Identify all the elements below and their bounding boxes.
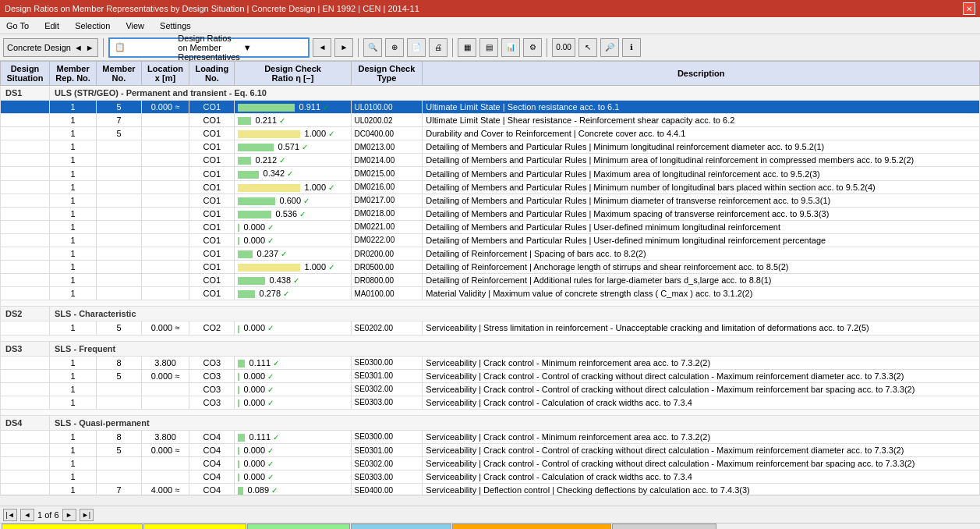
cell-location [141, 247, 189, 261]
table-row[interactable]: 1 5 0.000 ≈ CO4 0.000 ✓ SE0301.00 Servic… [1, 443, 980, 456]
info-btn[interactable]: ℹ [622, 38, 641, 57]
table-row[interactable]: 1 CO1 0.342 ✓ DM0215.00 Detailing of Mem… [1, 167, 980, 180]
table-row[interactable]: 1 CO1 0.278 ✓ MA0100.00 Material Validit… [1, 287, 980, 300]
menu-view[interactable]: View [122, 20, 147, 31]
close-button[interactable]: ✕ [963, 2, 975, 15]
cell-location [141, 233, 189, 247]
table-row[interactable]: 1 5 0.000 ≈ CO3 0.000 ✓ SE0301.00 Servic… [1, 369, 980, 382]
group-label: DS1 [1, 86, 50, 101]
col-check-type: Design CheckType [351, 62, 423, 86]
tab-5[interactable]: Design Ratios by Location [612, 524, 716, 529]
cell-description: Serviceability | Crack control - Calcula… [423, 470, 980, 484]
table-row[interactable]: 1 CO1 0.536 ✓ DM0218.00 Detailing of Mem… [1, 207, 980, 220]
table-row[interactable]: 1 5 0.000 ≈ CO1 0.911 ✓ UL0100.00 Ultima… [1, 101, 980, 114]
table-row[interactable]: 1 CO1 0.438 ✓ DR0800.00 Detailing of Rei… [1, 274, 980, 287]
export-button[interactable]: 📄 [407, 38, 426, 57]
cell-ds [1, 356, 50, 369]
cell-location: 0.000 ≈ [141, 369, 189, 382]
chevron-left-icon[interactable]: ◄ [74, 43, 83, 52]
table-row[interactable]: 1 8 3.800 CO4 0.111 ✓ SE0300.00 Servicea… [1, 430, 980, 443]
view-dropdown[interactable]: 📋 Design Ratios on Member Representative… [108, 37, 310, 58]
table-row[interactable]: 1 CO1 0.000 ✓ DM0221.00 Detailing of Mem… [1, 220, 980, 233]
cell-check-type: DR0800.00 [351, 274, 423, 287]
nav-first-button[interactable]: |◄ [3, 509, 17, 521]
check-icon: ✓ [299, 210, 306, 218]
table-row[interactable]: 1 CO1 0.571 ✓ DM0213.00 Detailing of Mem… [1, 140, 980, 154]
table-row[interactable]: 1 7 CO1 0.211 ✓ UL0200.02 Ultimate Limit… [1, 114, 980, 127]
cell-ratio: 1.000 ✓ [235, 261, 351, 274]
cell-ratio: 0.111 ✓ [235, 356, 351, 369]
menu-goto[interactable]: Go To [3, 20, 32, 31]
check-icon: ✓ [267, 223, 274, 232]
table-row[interactable]: 1 CO1 1.000 ✓ DR0500.00 Detailing of Rei… [1, 261, 980, 274]
chart-btn[interactable]: 📊 [501, 38, 520, 57]
dropdown-arrow-icon: ▼ [243, 43, 304, 52]
value-btn[interactable]: 0.00 [552, 38, 575, 57]
cell-ratio: 0.000 ✓ [235, 443, 351, 456]
cell-location: 0.000 ≈ [141, 101, 189, 114]
table-row[interactable]: 1 CO4 0.000 ✓ SE0302.00 Serviceability |… [1, 457, 980, 470]
table-row[interactable]: 1 CO4 0.000 ✓ SE0303.00 Serviceability |… [1, 470, 980, 484]
tab-3[interactable]: Design Ratios by Section [351, 524, 452, 529]
nav-combo[interactable]: Concrete Design ◄ ► [3, 38, 98, 57]
nav-next-button[interactable]: ► [62, 509, 76, 521]
menu-edit[interactable]: Edit [41, 20, 62, 31]
chevron-right-icon[interactable]: ► [86, 43, 94, 52]
check-icon: ✓ [279, 116, 285, 125]
tab-bar: Design Ratios by Design SituationDesign … [0, 523, 980, 529]
table-row[interactable]: 1 5 0.000 ≈ CO2 0.000 ✓ SE0202.00 Servic… [1, 321, 980, 335]
table-row[interactable]: 1 CO1 0.212 ✓ DM0214.00 Detailing of Mem… [1, 154, 980, 167]
cell-member [97, 470, 142, 484]
filter-button[interactable]: ⊕ [385, 38, 404, 57]
cell-check-type: DM0214.00 [351, 154, 423, 167]
ratio-value: 0.000 [244, 371, 266, 381]
tab-2[interactable]: Design Ratios by Material [247, 524, 350, 529]
table-btn[interactable]: ▦ [458, 38, 476, 57]
nav-forward-icon[interactable]: ► [334, 38, 353, 57]
cell-member [97, 233, 142, 247]
scrollbar[interactable] [0, 495, 980, 506]
cell-check-type: DM0217.00 [351, 193, 423, 207]
table-row[interactable]: 1 5 CO1 1.000 ✓ DC0400.00 Durability and… [1, 127, 980, 140]
cell-check-type: DM0218.00 [351, 207, 423, 220]
cell-ds [1, 247, 50, 261]
table-row[interactable]: 1 CO3 0.000 ✓ SE0302.00 Serviceability |… [1, 382, 980, 396]
check-icon: ✓ [279, 156, 285, 165]
cell-ratio: 0.000 ✓ [235, 233, 351, 247]
table-row[interactable]: 1 7 4.000 ≈ CO4 0.089 ✓ SE0400.00 Servic… [1, 484, 980, 495]
check-icon: ✓ [273, 433, 279, 442]
table-row[interactable]: 1 CO1 0.000 ✓ DM0222.00 Detailing of Mem… [1, 233, 980, 247]
nav-prev-button[interactable]: ◄ [20, 509, 34, 521]
table-row[interactable]: 1 CO1 0.600 ✓ DM0217.00 Detailing of Mem… [1, 193, 980, 207]
table-row[interactable]: 1 8 3.800 CO3 0.111 ✓ SE0300.00 Servicea… [1, 356, 980, 369]
tab-1[interactable]: Design Ratios by Loading [143, 524, 246, 529]
print-button[interactable]: 🖨 [429, 38, 448, 57]
cell-rep: 1 [49, 382, 96, 396]
nav-combo-label: Concrete Design [7, 43, 71, 52]
cell-member: 8 [97, 430, 142, 443]
cursor-btn[interactable]: ↖ [578, 38, 597, 57]
group-sublabel: SLS - Characteristic [49, 307, 979, 321]
group-sublabel: SLS - Frequent [49, 341, 979, 356]
cell-member [97, 382, 142, 396]
menu-settings[interactable]: Settings [157, 20, 194, 31]
table-row[interactable]: 1 CO3 0.000 ✓ SE0303.00 Serviceability |… [1, 396, 980, 409]
check-icon: ✓ [267, 399, 274, 407]
search-button[interactable]: 🔍 [363, 38, 382, 57]
cell-member: 5 [97, 101, 142, 114]
nav-back-icon[interactable]: ◄ [313, 38, 331, 57]
nav-last-button[interactable]: ►| [80, 509, 94, 521]
cell-location [141, 261, 189, 274]
settings-btn[interactable]: ⚙ [523, 38, 542, 57]
grid-btn[interactable]: ▤ [479, 38, 498, 57]
magnify-btn[interactable]: 🔎 [600, 38, 619, 57]
table-row[interactable]: 1 CO1 1.000 ✓ DM0216.00 Detailing of Mem… [1, 180, 980, 193]
cell-loading: CO1 [189, 207, 235, 220]
cell-loading: CO4 [189, 430, 235, 443]
menu-selection[interactable]: Selection [72, 20, 113, 31]
table-row[interactable]: 1 CO1 0.237 ✓ DR0200.00 Detailing of Rei… [1, 247, 980, 261]
tab-4[interactable]: Design Ratios by Member Representative [452, 524, 610, 529]
tab-0[interactable]: Design Ratios by Design Situation [2, 524, 143, 529]
cell-loading: CO4 [189, 457, 235, 470]
cell-check-type: DR0500.00 [351, 261, 423, 274]
